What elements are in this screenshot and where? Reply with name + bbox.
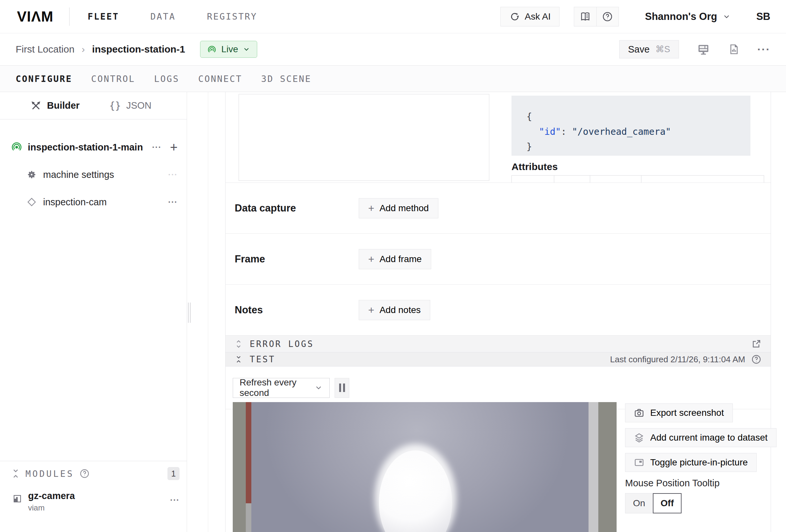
tree-item-main-part[interactable]: inspection-station-1-main ··· + bbox=[0, 137, 187, 157]
ask-ai-button[interactable]: Ask AI bbox=[501, 7, 559, 26]
add-method-button[interactable]: + Add method bbox=[359, 198, 438, 218]
tree-item-inspection-cam[interactable]: inspection-cam ··· bbox=[0, 192, 187, 212]
chevron-down-icon bbox=[722, 13, 731, 21]
camera-stream-image[interactable] bbox=[233, 402, 617, 532]
live-status-label: Live bbox=[221, 44, 238, 54]
org-name: Shannon's Org bbox=[645, 11, 717, 23]
test-side-controls: Export screenshot Add current image to d… bbox=[625, 403, 769, 513]
attributes-title: Attributes bbox=[511, 161, 558, 172]
last-configured-text: Last configured 2/11/26, 9:11:04 AM bbox=[610, 354, 745, 365]
section-notes: Notes + Add notes bbox=[226, 285, 771, 336]
open-external-icon[interactable] bbox=[751, 339, 762, 349]
machine-settings-more-button[interactable]: ··· bbox=[168, 170, 178, 180]
more-ellipsis-icon: ··· bbox=[757, 43, 770, 56]
gear-icon bbox=[27, 170, 37, 180]
camera-scene-left-column bbox=[233, 402, 246, 532]
example-code-block: { "id": "/overhead_camera" } bbox=[511, 96, 750, 156]
machine-name: inspection-station-1 bbox=[92, 44, 185, 55]
broadcast-icon bbox=[207, 44, 217, 54]
json-label: JSON bbox=[126, 100, 152, 111]
tab-control[interactable]: CONTROL bbox=[91, 74, 135, 84]
inspection-cam-more-button[interactable]: ··· bbox=[168, 197, 178, 207]
help-group bbox=[574, 7, 619, 26]
add-component-button[interactable]: + bbox=[170, 141, 178, 154]
pause-icon bbox=[339, 384, 341, 392]
code-line-open: { bbox=[527, 109, 750, 124]
machine-part-icon bbox=[11, 142, 22, 153]
code-line-close: } bbox=[527, 139, 750, 154]
frame-label: Frame bbox=[235, 253, 359, 265]
picture-in-picture-icon bbox=[634, 457, 644, 468]
module-name: gz-camera bbox=[28, 490, 75, 501]
nav-item-data[interactable]: DATA bbox=[151, 11, 176, 22]
live-status-badge[interactable]: Live bbox=[200, 41, 257, 58]
module-icon bbox=[13, 494, 22, 504]
collapse-icon bbox=[235, 355, 242, 364]
modules-count-badge: 1 bbox=[167, 467, 180, 480]
json-mode-button[interactable]: {} JSON bbox=[109, 100, 152, 111]
nav-divider bbox=[69, 7, 70, 26]
machine-report-button[interactable] bbox=[728, 43, 740, 56]
section-data-capture: Data capture + Add method bbox=[226, 183, 771, 234]
toggle-pip-button[interactable]: Toggle picture-in-picture bbox=[625, 453, 757, 472]
content-left-rule bbox=[208, 92, 208, 532]
add-notes-button[interactable]: + Add notes bbox=[359, 300, 430, 320]
main-part-more-button[interactable]: ··· bbox=[152, 142, 162, 153]
user-avatar[interactable]: SB bbox=[756, 11, 770, 23]
module-item-gz-camera[interactable]: gz-camera viam ··· bbox=[0, 486, 187, 512]
machine-bar: First Location › inspection-station-1 Li… bbox=[0, 33, 786, 66]
error-logs-bar[interactable]: ERROR LOGS bbox=[226, 336, 771, 352]
component-diamond-icon bbox=[27, 197, 37, 207]
notes-label: Notes bbox=[235, 304, 359, 316]
builder-mode-button[interactable]: Builder bbox=[31, 100, 79, 111]
add-to-dataset-button[interactable]: Add current image to dataset bbox=[625, 428, 777, 447]
docs-button[interactable] bbox=[574, 7, 596, 26]
mouse-position-tooltip-label: Mouse Position Tooltip bbox=[625, 478, 769, 489]
machine-more-button[interactable]: ··· bbox=[757, 43, 770, 56]
module-more-button[interactable]: ··· bbox=[170, 495, 180, 505]
collapse-icon[interactable] bbox=[11, 468, 20, 479]
breadcrumb-location[interactable]: First Location bbox=[16, 44, 74, 55]
add-frame-button[interactable]: + Add frame bbox=[359, 249, 431, 269]
card-config-row: { "id": "/overhead_camera" } Attributes bbox=[226, 92, 771, 183]
nav-item-fleet[interactable]: FLEET bbox=[88, 11, 119, 22]
file-chart-icon bbox=[728, 43, 740, 56]
component-card: { "id": "/overhead_camera" } Attributes … bbox=[225, 92, 771, 532]
tab-3d-scene[interactable]: 3D SCENE bbox=[261, 74, 311, 84]
config-sidebar: Builder {} JSON inspection-station-1-mai… bbox=[0, 92, 187, 532]
machine-tabs: CONFIGURE CONTROL LOGS CONNECT 3D SCENE bbox=[0, 66, 786, 92]
modules-help-icon[interactable] bbox=[79, 468, 90, 479]
org-switcher[interactable]: Shannon's Org bbox=[645, 11, 731, 23]
machine-monitor-button[interactable] bbox=[697, 43, 710, 56]
viam-logo[interactable]: VIΛM bbox=[17, 8, 53, 25]
tab-connect[interactable]: CONNECT bbox=[198, 74, 242, 84]
main-part-name: inspection-station-1-main bbox=[28, 142, 143, 153]
tab-logs[interactable]: LOGS bbox=[154, 74, 179, 84]
config-editor-panel[interactable] bbox=[239, 94, 489, 181]
help-button[interactable] bbox=[596, 7, 619, 26]
tools-icon bbox=[31, 100, 41, 111]
refresh-rate-select[interactable]: Refresh every second bbox=[233, 378, 330, 398]
mouse-tooltip-toggle: On Off bbox=[625, 493, 769, 513]
modules-panel: MODULES 1 gz-c bbox=[0, 461, 187, 532]
camera-scene-red-strip bbox=[246, 402, 251, 503]
tooltip-on-button[interactable]: On bbox=[625, 493, 653, 513]
tooltip-off-button[interactable]: Off bbox=[653, 493, 681, 513]
test-help-icon[interactable] bbox=[751, 354, 762, 365]
tab-configure[interactable]: CONFIGURE bbox=[16, 74, 72, 84]
attributes-table bbox=[511, 175, 764, 183]
pause-refresh-button[interactable] bbox=[334, 378, 349, 398]
section-frame: Frame + Add frame bbox=[226, 234, 771, 285]
sidebar-resizer-handle[interactable] bbox=[188, 303, 191, 323]
inspection-cam-label: inspection-cam bbox=[43, 197, 107, 208]
test-bar[interactable]: TEST Last configured 2/11/26, 9:11:04 AM bbox=[226, 352, 771, 367]
nav-item-registry[interactable]: REGISTRY bbox=[207, 11, 257, 22]
tree-item-machine-settings[interactable]: machine settings ··· bbox=[0, 164, 187, 185]
viam-app: VIΛM FLEET DATA REGISTRY Ask AI bbox=[0, 0, 786, 532]
export-screenshot-button[interactable]: Export screenshot bbox=[625, 403, 733, 422]
builder-label: Builder bbox=[47, 100, 79, 111]
save-shortcut: ⌘S bbox=[655, 44, 670, 54]
save-label: Save bbox=[628, 44, 650, 55]
camera-scene-light-strip bbox=[588, 402, 598, 532]
save-button[interactable]: Save ⌘S bbox=[619, 40, 679, 59]
